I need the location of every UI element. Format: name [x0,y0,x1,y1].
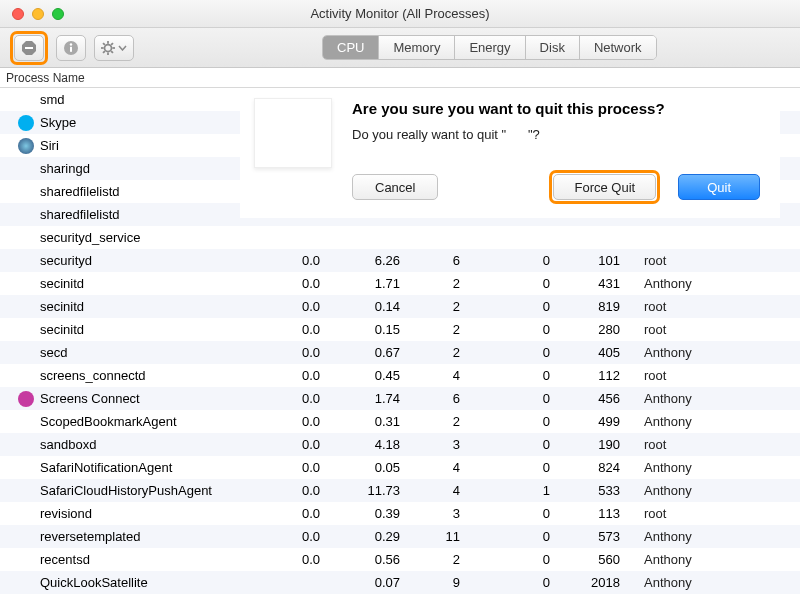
process-name-label: secinitd [40,299,84,314]
table-row[interactable]: QuickLookSatellite0.07902018Anthony [0,571,800,594]
process-name-label: secinitd [40,276,84,291]
table-row[interactable]: reversetemplated0.00.29110573Anthony [0,525,800,548]
cpu-cell: 0.0 [268,506,338,521]
toolbar: CPU Memory Energy Disk Network [0,28,800,68]
process-name-cell: revisiond [18,506,268,521]
highlight-stop-button [10,31,48,65]
column-headers[interactable]: Process Name [0,68,800,88]
gear-icon [101,41,115,55]
table-row[interactable]: secinitd0.01.7120431Anthony [0,272,800,295]
threads-cell: 4 [418,460,478,475]
idle-cell: 0 [478,575,568,590]
table-row[interactable]: sandboxd0.04.1830190root [0,433,800,456]
table-row[interactable]: revisiond0.00.3930113root [0,502,800,525]
table-row[interactable]: secd0.00.6720405Anthony [0,341,800,364]
dialog-title: Are you sure you want to quit this proce… [352,100,760,117]
process-name-label: smd [40,92,65,107]
force-quit-button[interactable]: Force Quit [553,174,656,200]
idle-cell: 0 [478,529,568,544]
idle-cell: 0 [478,506,568,521]
time-cell: 1.74 [338,391,418,406]
idle-cell: 0 [478,460,568,475]
pid-cell: 280 [568,322,638,337]
pid-cell: 819 [568,299,638,314]
process-name-label: SafariCloudHistoryPushAgent [40,483,212,498]
process-name-cell: sharedfilelistd [18,207,268,222]
user-cell: Anthony [638,483,800,498]
process-name-label: screens_connectd [40,368,146,383]
idle-cell: 0 [478,299,568,314]
tab-energy[interactable]: Energy [455,36,525,59]
col-process-name[interactable]: Process Name [6,71,85,85]
threads-cell: 3 [418,437,478,452]
process-name-cell: Screens Connect [18,391,268,407]
quit-button[interactable]: Quit [678,174,760,200]
options-button[interactable] [94,35,134,61]
time-cell: 11.73 [338,483,418,498]
user-cell: Anthony [638,276,800,291]
process-name-label: securityd [40,253,92,268]
pid-cell: 405 [568,345,638,360]
time-cell: 0.39 [338,506,418,521]
table-row[interactable]: SafariCloudHistoryPushAgent0.011.7341533… [0,479,800,502]
process-name-label: Screens Connect [40,391,140,406]
idle-cell: 0 [478,368,568,383]
process-name-cell: sharedfilelistd [18,184,268,199]
process-name-cell: secinitd [18,299,268,314]
cpu-cell: 0.0 [268,414,338,429]
user-cell: Anthony [638,414,800,429]
highlight-force-quit: Force Quit [549,170,660,204]
process-name-cell: secinitd [18,276,268,291]
table-row[interactable]: ScopedBookmarkAgent0.00.3120499Anthony [0,410,800,433]
pid-cell: 431 [568,276,638,291]
info-icon [63,40,79,56]
svg-line-12 [111,43,113,45]
table-row[interactable]: secinitd0.00.1420819root [0,295,800,318]
pid-cell: 113 [568,506,638,521]
tab-disk[interactable]: Disk [526,36,580,59]
process-name-cell: securityd_service [18,230,268,245]
time-cell: 0.31 [338,414,418,429]
stop-process-button[interactable] [14,35,44,61]
pid-cell: 573 [568,529,638,544]
cpu-cell: 0.0 [268,552,338,567]
threads-cell: 2 [418,414,478,429]
table-row[interactable]: screens_connectd0.00.4540112root [0,364,800,387]
process-name-cell: screens_connectd [18,368,268,383]
idle-cell: 0 [478,414,568,429]
tab-memory[interactable]: Memory [379,36,455,59]
idle-cell: 0 [478,322,568,337]
table-row[interactable]: SafariNotificationAgent0.00.0540824Antho… [0,456,800,479]
process-name-cell: smd [18,92,268,107]
inspect-process-button[interactable] [56,35,86,61]
table-row[interactable]: Screens Connect0.01.7460456Anthony [0,387,800,410]
user-cell: Anthony [638,345,800,360]
pid-cell: 456 [568,391,638,406]
process-name-cell: reversetemplated [18,529,268,544]
table-row[interactable]: securityd_service [0,226,800,249]
process-name-label: secd [40,345,67,360]
pid-cell: 101 [568,253,638,268]
process-name-label: ScopedBookmarkAgent [40,414,177,429]
threads-cell: 2 [418,345,478,360]
window-titlebar: Activity Monitor (All Processes) [0,0,800,28]
process-name-cell: sandboxd [18,437,268,452]
table-row[interactable]: recentsd0.00.5620560Anthony [0,548,800,571]
idle-cell: 0 [478,253,568,268]
process-name-cell: Siri [18,138,268,154]
user-cell: root [638,506,800,521]
pid-cell: 560 [568,552,638,567]
threads-cell: 2 [418,552,478,567]
threads-cell: 6 [418,391,478,406]
user-cell: root [638,299,800,314]
time-cell: 4.18 [338,437,418,452]
tab-cpu[interactable]: CPU [323,36,379,59]
table-row[interactable]: securityd0.06.2660101root [0,249,800,272]
tab-network[interactable]: Network [580,36,656,59]
cpu-cell: 0.0 [268,368,338,383]
user-cell: Anthony [638,460,800,475]
cancel-button[interactable]: Cancel [352,174,438,200]
process-name-cell: securityd [18,253,268,268]
table-row[interactable]: secinitd0.00.1520280root [0,318,800,341]
idle-cell: 0 [478,276,568,291]
